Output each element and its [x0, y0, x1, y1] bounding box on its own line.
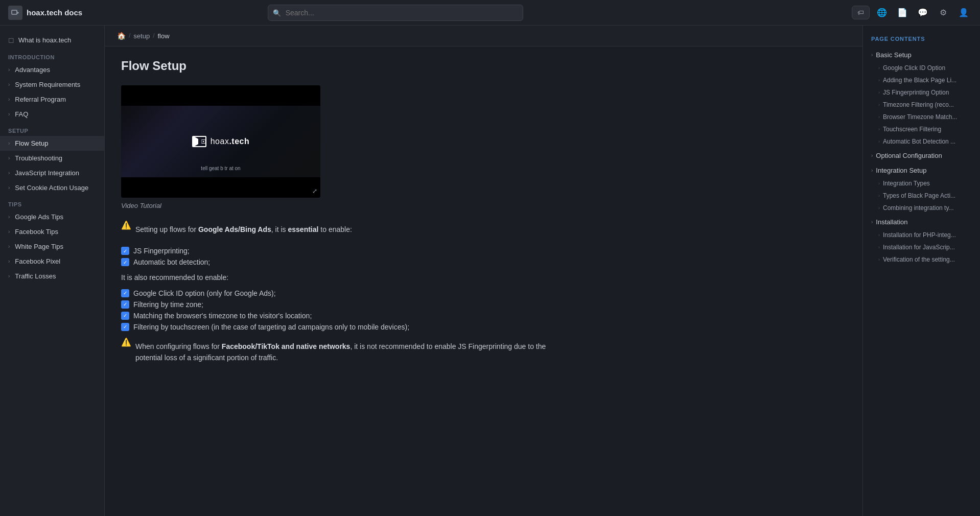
video-logo-icon — [192, 136, 206, 147]
warning-icon-1: ⚠️ — [121, 220, 131, 230]
file-button[interactable]: 📄 — [894, 5, 911, 21]
toc-chevron-icon: › — [871, 52, 873, 58]
checklist-2: ✓ Google Click ID option (only for Googl… — [121, 288, 548, 333]
checkbox-icon: ✓ — [121, 300, 129, 309]
chevron-icon: › — [8, 97, 10, 102]
chevron-icon: › — [8, 273, 10, 279]
breadcrumb-home-icon[interactable]: 🏠 — [117, 32, 126, 40]
toc-sub-chevron: › — [878, 127, 880, 132]
toc-section-header-optional[interactable]: › Optional Configuration — [863, 149, 980, 162]
breadcrumb-setup[interactable]: setup — [133, 32, 150, 40]
toc-item-timezone-filtering[interactable]: › Timezone Filtering (reco... — [863, 99, 980, 111]
video-subtitle: tell geat b tr at on — [121, 166, 320, 171]
toc-section-optional: › Optional Configuration — [863, 149, 980, 162]
toc-item-js-fingerprinting[interactable]: › JS Fingerprinting Option — [863, 86, 980, 99]
sidebar-item-facebook-pixel[interactable]: › Facebook Pixel — [0, 254, 104, 269]
breadcrumb: 🏠 / setup / flow — [105, 26, 862, 46]
globe-button[interactable]: 🌐 — [874, 5, 890, 21]
sidebar-item-faq[interactable]: › FAQ — [0, 107, 104, 122]
svg-marker-2 — [202, 140, 204, 143]
chevron-icon: › — [8, 155, 10, 161]
toc-sub-chevron: › — [878, 90, 880, 95]
toc-item-verification[interactable]: › Verification of the setting... — [863, 253, 980, 266]
toc-sub-chevron: › — [878, 232, 880, 238]
sidebar-item-google-ads-tips[interactable]: › Google Ads Tips — [0, 209, 104, 224]
user-icon: 👤 — [959, 8, 969, 17]
sidebar-item-advantages[interactable]: › Advantages — [0, 62, 104, 77]
sidebar-item-system-requirements[interactable]: › System Requirements — [0, 77, 104, 92]
checkbox-icon: ✓ — [121, 312, 129, 320]
toc-section-title: Basic Setup — [876, 51, 911, 59]
toc-item-touchscreen-filtering[interactable]: › Touchscreen Filtering — [863, 123, 980, 135]
checkbox-icon: ✓ — [121, 289, 129, 297]
warning-block-1: ⚠️ Setting up flows for Google Ads/Bing … — [121, 220, 548, 239]
sidebar-item-facebook-tips[interactable]: › Facebook Tips — [0, 224, 104, 239]
toc-item-browser-timezone[interactable]: › Browser Timezone Match... — [863, 111, 980, 123]
sidebar-item-white-page-tips[interactable]: › White Page Tips — [0, 239, 104, 254]
video-placeholder: hoax.tech tell geat b tr at on ⤢ — [121, 85, 320, 198]
external-link-icon[interactable]: ⤢ — [312, 187, 317, 195]
sidebar-item-label: Google Ads Tips — [15, 213, 63, 221]
toc-section-title: Installation — [876, 218, 907, 226]
toc-section-header-basic-setup[interactable]: › Basic Setup — [863, 48, 980, 62]
chat-button[interactable]: 💬 — [915, 5, 931, 21]
sidebar-item-what-is-hoax[interactable]: ◻ What is hoax.tech — [0, 32, 104, 48]
list-item: ✓ JS Fingerprinting; — [121, 245, 548, 256]
sidebar-item-label: Advantages — [15, 66, 50, 74]
sidebar-item-referral-program[interactable]: › Referral Program — [0, 92, 104, 107]
toc-item-label: Timezone Filtering (reco... — [883, 101, 954, 108]
toc-item-auto-bot-detection[interactable]: › Automatic Bot Detection ... — [863, 135, 980, 148]
user-button[interactable]: 👤 — [955, 5, 972, 21]
tag-button[interactable]: 🏷 — [852, 6, 870, 19]
toc-item-integration-types[interactable]: › Integration Types — [863, 177, 980, 190]
breadcrumb-sep-1: / — [129, 32, 130, 39]
toc-sub-chevron: › — [878, 205, 880, 210]
tag-icon: 🏷 — [857, 9, 864, 16]
toc-sub-chevron: › — [878, 78, 880, 83]
sidebar-item-set-cookie[interactable]: › Set Cookie Action Usage — [0, 180, 104, 195]
logo-area: hoax.tech docs — [8, 6, 100, 20]
list-item: ✓ Automatic bot detection; — [121, 256, 548, 268]
globe-icon: 🌐 — [877, 8, 887, 17]
toc-item-label: Automatic Bot Detection ... — [883, 138, 955, 145]
settings-button[interactable]: ⚙ — [935, 5, 951, 21]
toc-item-combining-integration[interactable]: › Combining integration ty... — [863, 202, 980, 214]
chevron-icon: › — [8, 259, 10, 264]
toc-section-basic-setup: › Basic Setup › Google Click ID Option ›… — [863, 48, 980, 148]
sidebar-item-javascript-integration[interactable]: › JavaScript Integration — [0, 166, 104, 180]
breadcrumb-sep-2: / — [153, 32, 154, 39]
toc-section-header-integration[interactable]: › Integration Setup — [863, 163, 980, 177]
toc-section-header-installation[interactable]: › Installation — [863, 215, 980, 229]
toc-item-label: Integration Types — [883, 180, 930, 187]
main-layout: ◻ What is hoax.tech Introduction › Advan… — [0, 26, 980, 516]
toc-section-integration: › Integration Setup › Integration Types … — [863, 163, 980, 214]
checkbox-icon: ✓ — [121, 323, 129, 331]
toc-item-adding-black-page[interactable]: › Adding the Black Page Li... — [863, 74, 980, 86]
toc-item-js-install[interactable]: › Installation for JavaScrip... — [863, 241, 980, 253]
list-item-text: Google Click ID option (only for Google … — [133, 289, 276, 297]
sidebar-item-flow-setup[interactable]: › Flow Setup — [0, 136, 104, 151]
warning-text-2: When configuring flows for Facebook/TikT… — [135, 341, 548, 364]
content-area: 🏠 / setup / flow Flow Setup — [105, 26, 862, 516]
toc-item-label: Installation for JavaScrip... — [883, 244, 955, 251]
section-label-tips: Tips — [0, 195, 104, 209]
recommended-label: It is also recommended to enable: — [121, 272, 548, 283]
sidebar-item-label: Traffic Losses — [15, 272, 56, 280]
list-item-text: Filtering by time zone; — [133, 300, 203, 309]
list-item-text: Matching the browser's timezone to the v… — [133, 312, 312, 320]
chevron-icon: › — [8, 67, 10, 73]
toc-item-php-install[interactable]: › Installation for PHP-integ... — [863, 229, 980, 241]
list-item: ✓ Google Click ID option (only for Googl… — [121, 288, 548, 299]
list-item: ✓ Matching the browser's timezone to the… — [121, 310, 548, 321]
sidebar-item-troubleshooting[interactable]: › Troubleshooting — [0, 151, 104, 166]
toc-sub-chevron: › — [878, 114, 880, 120]
sidebar-item-traffic-losses[interactable]: › Traffic Losses — [0, 269, 104, 284]
list-item-text: Automatic bot detection; — [133, 258, 210, 266]
video-container[interactable]: hoax.tech tell geat b tr at on ⤢ — [121, 85, 320, 198]
search-input[interactable] — [268, 5, 523, 21]
toc-item-google-click-id[interactable]: › Google Click ID Option — [863, 62, 980, 74]
toc-sub-chevron: › — [878, 181, 880, 186]
toc-item-types-black-page[interactable]: › Types of Black Page Acti... — [863, 190, 980, 202]
toc-section-title: Integration Setup — [876, 167, 926, 174]
logo-text: hoax.tech docs — [27, 8, 82, 17]
